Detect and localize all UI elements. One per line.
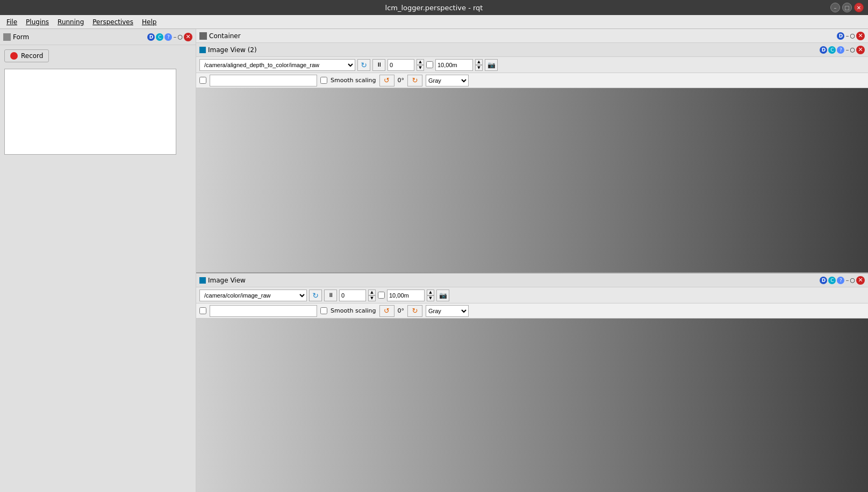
- iv-value-spin: ▲ ▼: [368, 290, 376, 301]
- menubar: File Plugins Running Perspectives Help: [0, 15, 868, 29]
- menu-help[interactable]: Help: [138, 17, 161, 27]
- record-button[interactable]: Record: [4, 49, 49, 62]
- container-close-button[interactable]: ✕: [856, 32, 865, 40]
- menu-plugins[interactable]: Plugins: [21, 17, 53, 27]
- close-button[interactable]: ✕: [854, 3, 864, 12]
- image-view-2-section: Image View (2) D C ? – ○ ✕ /camera/align…: [196, 43, 868, 273]
- iv2-c-button[interactable]: C: [828, 46, 836, 54]
- iv-help-button[interactable]: ?: [837, 277, 844, 284]
- menu-file[interactable]: File: [2, 17, 21, 27]
- iv-d-button[interactable]: D: [820, 277, 827, 284]
- form-undock-button[interactable]: ○: [177, 33, 183, 40]
- right-panel: Container D – ○ ✕ Image View (2) D C ? –…: [196, 29, 868, 492]
- form-close-button[interactable]: ✕: [184, 33, 192, 41]
- iv2-sep-input[interactable]: [210, 75, 317, 86]
- image-view-section: Image View D C ? – ○ ✕ /camera/color/ima…: [196, 273, 868, 492]
- record-label: Record: [21, 52, 43, 60]
- left-panel: Form D C ? – ○ ✕ Record: [0, 29, 196, 492]
- iv-max-input[interactable]: 10,00m: [387, 290, 425, 301]
- minimize-button[interactable]: –: [830, 3, 840, 12]
- iv-degrees: 0°: [398, 307, 405, 314]
- maximize-button[interactable]: □: [842, 3, 852, 12]
- form-controls: D C ? – ○ ✕: [147, 33, 192, 41]
- window-title: lcm_logger.perspective - rqt: [385, 4, 483, 12]
- iv2-undock-button[interactable]: ○: [850, 46, 855, 53]
- iv-checkbox[interactable]: [378, 292, 385, 299]
- iv2-value-spin: ▲ ▼: [417, 59, 424, 71]
- iv-controls: D C ? – ○ ✕: [820, 276, 865, 285]
- iv2-topic-dropdown[interactable]: /camera/aligned_depth_to_color/image_raw: [199, 59, 355, 71]
- image-view-2-header: Image View (2) D C ? – ○ ✕: [196, 43, 868, 57]
- preview-box: [4, 69, 176, 155]
- iv2-smooth-label: Smooth scaling: [331, 77, 376, 84]
- form-c-button[interactable]: C: [156, 33, 163, 41]
- iv-max-up[interactable]: ▲: [427, 290, 434, 295]
- iv2-color-dropdown[interactable]: Gray Jet Parula Hot Custom: [426, 75, 469, 86]
- iv2-smooth-check2[interactable]: [320, 77, 327, 84]
- container-header: Container D – ○ ✕: [196, 29, 868, 43]
- iv2-checkbox[interactable]: [426, 61, 433, 68]
- iv2-smooth-checkbox[interactable]: [199, 77, 206, 84]
- iv-smooth-check2[interactable]: [320, 307, 327, 314]
- iv-smooth-checkbox[interactable]: [199, 307, 206, 314]
- iv-c-button[interactable]: C: [828, 277, 836, 284]
- container-undock-button[interactable]: ○: [850, 32, 855, 39]
- iv-value-up[interactable]: ▲: [368, 290, 376, 295]
- iv-image-canvas: [196, 319, 868, 492]
- iv2-image-canvas: [196, 88, 868, 272]
- iv2-toolbar-row1: /camera/aligned_depth_to_color/image_raw…: [196, 57, 868, 73]
- iv2-max-up[interactable]: ▲: [475, 59, 483, 65]
- iv2-value-input[interactable]: 0: [388, 59, 414, 71]
- iv2-value-down[interactable]: ▼: [417, 65, 424, 71]
- iv2-icon: [199, 47, 206, 53]
- iv-close-button[interactable]: ✕: [856, 276, 865, 285]
- iv-smooth-label: Smooth scaling: [331, 307, 376, 314]
- iv2-help-button[interactable]: ?: [837, 46, 844, 54]
- container-controls: D – ○ ✕: [837, 32, 865, 40]
- iv-refresh-button[interactable]: ↻: [309, 290, 322, 301]
- iv-topic-dropdown[interactable]: /camera/color/image_raw: [199, 290, 307, 301]
- iv2-checkbox-row: Smooth scaling ↺ 0° ↻ Gray Jet Parula Ho…: [196, 73, 868, 88]
- iv2-rotate-cw-button[interactable]: ↻: [407, 75, 422, 86]
- iv-dash: –: [845, 277, 849, 284]
- iv-value-input[interactable]: 0: [339, 290, 366, 301]
- main-area: Form D C ? – ○ ✕ Record Container D: [0, 29, 868, 492]
- iv2-max-spin: ▲ ▼: [475, 59, 483, 71]
- iv2-max-down[interactable]: ▼: [475, 65, 483, 71]
- form-dash: –: [173, 33, 176, 41]
- iv-color-dropdown[interactable]: Gray Jet Parula Hot Custom: [426, 305, 469, 317]
- form-help-button[interactable]: ?: [164, 33, 172, 41]
- form-header: Form D C ? – ○ ✕: [0, 29, 196, 45]
- container-icon: [199, 32, 207, 40]
- form-d-button[interactable]: D: [147, 33, 155, 41]
- image-view-2-label: Image View (2): [208, 46, 257, 54]
- iv2-degrees: 0°: [398, 77, 405, 84]
- image-view-header: Image View D C ? – ○ ✕: [196, 273, 868, 287]
- iv-sep-input[interactable]: [210, 305, 317, 317]
- container-d-button[interactable]: D: [837, 32, 844, 40]
- form-icon: [3, 33, 11, 41]
- iv-pause-button[interactable]: ⏸: [324, 290, 337, 301]
- iv-rotate-cw-button[interactable]: ↻: [407, 305, 422, 317]
- iv2-snapshot-button[interactable]: 📷: [485, 59, 498, 71]
- title-bar: lcm_logger.perspective - rqt – □ ✕: [0, 0, 868, 15]
- menu-perspectives[interactable]: Perspectives: [88, 17, 138, 27]
- iv-undock-button[interactable]: ○: [850, 277, 855, 284]
- iv-max-down[interactable]: ▼: [427, 295, 434, 301]
- iv2-value-up[interactable]: ▲: [417, 59, 424, 65]
- iv2-pause-button[interactable]: ⏸: [372, 59, 385, 71]
- iv2-rotate-ccw-button[interactable]: ↺: [379, 75, 394, 86]
- iv-snapshot-button[interactable]: 📷: [436, 290, 449, 301]
- menu-running[interactable]: Running: [53, 17, 88, 27]
- iv2-d-button[interactable]: D: [820, 46, 827, 54]
- iv-value-down[interactable]: ▼: [368, 295, 376, 301]
- record-dot-icon: [10, 52, 18, 60]
- iv2-close-button[interactable]: ✕: [856, 46, 865, 54]
- container-dash: –: [845, 32, 849, 40]
- iv2-refresh-button[interactable]: ↻: [357, 59, 370, 71]
- iv2-max-input[interactable]: 10,00m: [435, 59, 473, 71]
- iv-checkbox-row: Smooth scaling ↺ 0° ↻ Gray Jet Parula Ho…: [196, 303, 868, 319]
- iv-rotate-ccw-button[interactable]: ↺: [379, 305, 394, 317]
- iv-toolbar-row1: /camera/color/image_raw ↻ ⏸ 0 ▲ ▼ 10,00m…: [196, 287, 868, 303]
- title-bar-controls: – □ ✕: [830, 3, 864, 12]
